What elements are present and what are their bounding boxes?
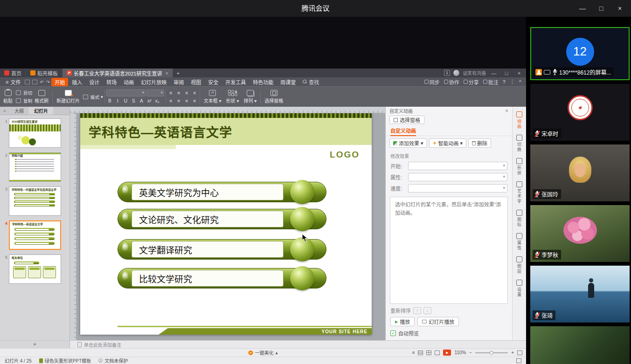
format-painter-button[interactable]: 格式刷 (32, 88, 51, 106)
menu-tab[interactable]: 幻灯片放映 (138, 78, 170, 86)
menu-tab[interactable]: 视图 (187, 78, 204, 86)
tab-outline[interactable]: 大纲 (9, 107, 29, 115)
wps-close-button[interactable]: × (514, 70, 524, 76)
property-select[interactable] (408, 173, 507, 181)
line-spacing-button[interactable]: ≡ (191, 97, 198, 104)
font-size-select[interactable] (146, 89, 164, 96)
sidebar-item-transition[interactable]: 切换 (516, 135, 522, 152)
sidebar-item-icons[interactable]: 图标 (516, 210, 522, 227)
current-slide[interactable]: 学科特色—英语语言文学 LOGO 英美文学研究为中心 (80, 113, 372, 335)
sidebar-item-layers[interactable]: 图层 (516, 256, 522, 274)
slide-thumbnail[interactable]: 校友单位 (9, 254, 61, 284)
subscript-button[interactable]: x₂ (154, 98, 161, 104)
thumbnail-row[interactable]: 5 校友单位 (0, 254, 67, 284)
close-button[interactable]: × (610, 0, 629, 17)
copy-button[interactable]: 复制 (15, 97, 32, 104)
zoom-slider-knob[interactable] (490, 351, 493, 355)
screen-share-tile[interactable]: 12 130****8612的屏幕... (530, 27, 630, 80)
auto-preview-checkbox[interactable]: ✓ (390, 330, 396, 336)
reading-view-icon[interactable] (435, 350, 440, 355)
select-pane-button[interactable]: 选择窗格 (262, 88, 285, 106)
participant-tile-partial[interactable] (530, 326, 630, 364)
menu-tab[interactable]: 特色功能 (250, 78, 277, 86)
slide-bullet-pill[interactable]: 英美文学研究为中心 (118, 182, 326, 202)
delete-effect-button[interactable]: 删除 (468, 138, 491, 148)
slide-thumbnail-selected[interactable]: 学科特色—英语语言文学 (9, 220, 61, 250)
menu-tab[interactable]: 转场 (103, 78, 120, 86)
user-avatar[interactable] (453, 70, 459, 76)
underline-button[interactable]: U (122, 98, 129, 104)
move-up-button[interactable]: ↑ (413, 307, 421, 314)
slide-bullet-pill[interactable]: 比较文学研究 (118, 268, 326, 288)
wps-tab-docer[interactable]: 稻壳模板 (26, 69, 62, 77)
start-select[interactable] (408, 162, 507, 170)
arrange-button[interactable]: 排列 ▾ (241, 88, 259, 106)
italic-button[interactable]: I (114, 98, 121, 104)
move-down-button[interactable]: ↓ (423, 307, 431, 314)
undo-icon[interactable]: ↶ (40, 80, 43, 84)
notification-badge[interactable]: 1 (444, 70, 450, 76)
custom-animation-tab[interactable]: 自定义动画 (386, 125, 512, 136)
slideshow-button[interactable]: 幻灯片播放 (417, 317, 459, 326)
share-button[interactable]: 分享 (464, 78, 479, 86)
new-slide-button[interactable]: 新建幻灯片 (54, 88, 82, 106)
add-effect-button[interactable]: 添加效果 ▾ (389, 138, 427, 148)
play-button[interactable]: ▶ 播放 (390, 317, 415, 326)
bold-button[interactable]: B (106, 98, 113, 104)
sidebar-item-properties[interactable]: 属性 (516, 233, 522, 251)
sync-button[interactable]: 同步 (424, 78, 440, 86)
file-menu-button[interactable]: ≡ 文件 (3, 78, 23, 86)
participant-tile[interactable]: 宋卓时 (530, 84, 630, 141)
superscript-button[interactable]: x² (146, 98, 153, 104)
menu-tab[interactable]: 审阅 (170, 78, 187, 86)
maximize-button[interactable]: □ (592, 0, 610, 17)
layout-button[interactable]: 版式▾ (82, 94, 103, 100)
collapse-ribbon-button[interactable]: ^ (519, 79, 521, 85)
align-right-button[interactable]: ≡ (183, 89, 190, 96)
vertical-ruler[interactable] (70, 113, 76, 340)
notes-toggle-icon[interactable]: ≡ (412, 350, 415, 355)
tab-close-icon[interactable]: × (165, 70, 168, 76)
menu-tab[interactable]: 开发工具 (222, 78, 249, 86)
fullscreen-icon[interactable] (516, 358, 521, 363)
beautify-button[interactable]: 一键美化 ▴ (248, 349, 277, 357)
print-icon[interactable] (32, 80, 37, 84)
slide-thumbnail[interactable]: 2022研究生招生宣讲 (9, 118, 61, 148)
slide-thumbnail[interactable]: 学科介绍 (9, 152, 61, 182)
sidebar-item-settings[interactable]: 设置 (516, 280, 522, 297)
collaborate-button[interactable]: 协作 (444, 78, 459, 86)
thumbnail-row[interactable]: 3 学科特色—外国语言学及应用语言学 (0, 186, 67, 216)
bullets-button[interactable]: ≡ (167, 97, 174, 104)
zoom-level[interactable]: 110% (454, 350, 466, 355)
horizontal-ruler[interactable] (70, 107, 385, 113)
minimize-button[interactable]: — (573, 0, 592, 17)
wps-tab-document[interactable]: P 长春工业大学英语语言2021研究生宣讲 × (62, 69, 173, 77)
slide-thumbnail[interactable]: 学科特色—外国语言学及应用语言学 (9, 186, 61, 216)
document-protection-status[interactable]: 文档未保护 (98, 357, 128, 364)
zoom-in-button[interactable]: + (511, 350, 514, 355)
wps-minimize-button[interactable]: — (489, 70, 499, 76)
animation-list[interactable]: 选中幻灯片的某个元素，然后单击“添加效果”添加动画。 (390, 197, 508, 304)
add-slide-button[interactable]: + (0, 341, 70, 348)
zoom-out-button[interactable]: − (469, 350, 472, 355)
font-color-button[interactable]: A (138, 98, 145, 104)
slide-canvas[interactable]: 学科特色—英语语言文学 LOGO 英美文学研究为中心 (70, 113, 385, 340)
strikethrough-button[interactable]: S (130, 98, 137, 104)
comment-button[interactable]: 批注 (483, 78, 499, 86)
thumbnail-row[interactable]: 1 2022研究生招生宣讲 (0, 118, 67, 148)
sidebar-item-animation[interactable]: 动画 (516, 111, 522, 129)
selection-pane-button[interactable]: 选择窗格 (389, 116, 424, 124)
template-name[interactable]: 绿色矢量形状PPT模板 (39, 357, 91, 364)
fit-slide-icon[interactable] (517, 350, 522, 355)
collapse-panel-icon[interactable]: « (0, 108, 9, 113)
slideshow-play-button[interactable]: ▶ (443, 350, 451, 356)
slide-sorter-icon[interactable] (426, 350, 431, 355)
save-icon[interactable] (25, 80, 30, 84)
smart-animation-button[interactable]: 智能动画 ▾ (429, 138, 467, 148)
find-button[interactable]: 查找 (299, 78, 322, 86)
shapes-button[interactable]: 形状 ▾ (224, 88, 242, 106)
indent-button[interactable]: ≡ (183, 97, 190, 104)
help-button[interactable]: ? (503, 79, 506, 85)
normal-view-icon[interactable] (418, 350, 423, 355)
sidebar-item-shapes[interactable]: 形状 (516, 158, 522, 176)
